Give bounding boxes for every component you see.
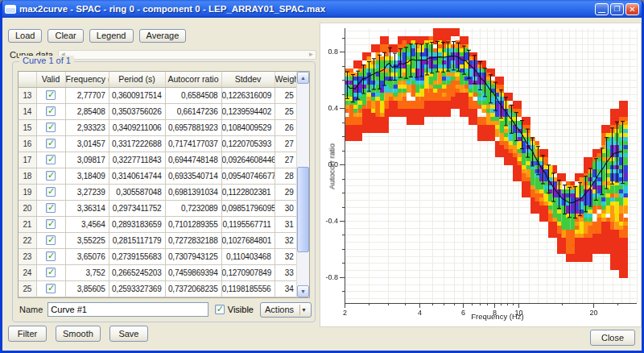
stddev-cell[interactable]: 0,09851796095 xyxy=(221,200,275,216)
period-cell[interactable]: 0,305587048 xyxy=(109,184,165,200)
close-window-button[interactable]: ✕ xyxy=(625,3,639,15)
stddev-cell[interactable]: 0,1084009529 xyxy=(221,119,275,135)
minimize-button[interactable]: — xyxy=(595,3,609,15)
stddev-cell[interactable]: 0,09264608446 xyxy=(221,152,275,168)
autocorr-cell[interactable]: 0,6944748148 xyxy=(165,152,221,168)
frequency-cell[interactable]: 3,18409 xyxy=(65,168,109,184)
autocorr-cell[interactable]: 0,7232089 xyxy=(165,200,221,216)
stddev-cell[interactable]: 0,1122802381 xyxy=(221,184,275,200)
valid-cell[interactable]: ✓ xyxy=(36,119,65,135)
valid-checkbox[interactable]: ✓ xyxy=(46,123,56,132)
valid-cell[interactable]: ✓ xyxy=(36,200,65,216)
weight-cell[interactable]: 27 xyxy=(275,135,297,152)
scroll-down-icon[interactable]: ▼ xyxy=(297,285,309,297)
weight-cell[interactable]: 27 xyxy=(275,152,297,168)
scrollbar-thumb[interactable] xyxy=(297,167,309,252)
autocorr-cell[interactable]: 0,7459869394 xyxy=(165,264,221,280)
autocorr-cell[interactable]: 0,7372068235 xyxy=(165,280,221,297)
header-weight[interactable]: Weight xyxy=(275,72,297,87)
valid-checkbox[interactable]: ✓ xyxy=(46,284,56,293)
valid-checkbox[interactable]: ✓ xyxy=(46,251,56,261)
legend-button[interactable]: Legend xyxy=(89,29,134,43)
table-row[interactable]: 13✓2,777070,36009175140,65845080,1226316… xyxy=(19,87,297,103)
table-row[interactable]: 19✓3,272390,3055870480,69813910340,11228… xyxy=(19,184,297,200)
weight-cell[interactable]: 25 xyxy=(275,103,297,119)
autocorr-cell[interactable]: 0,7272832188 xyxy=(165,232,221,248)
table-row[interactable]: 15✓2,933230,34092110060,69578819230,1084… xyxy=(19,119,297,135)
table-row[interactable]: 16✓3,014570,33172226880,71741770370,1220… xyxy=(19,135,297,152)
valid-cell[interactable]: ✓ xyxy=(36,103,65,119)
curve-name-input[interactable] xyxy=(47,302,208,317)
period-cell[interactable]: 0,2893183659 xyxy=(109,216,165,232)
valid-cell[interactable]: ✓ xyxy=(36,280,65,297)
table-row[interactable]: 21✓3,45640,28931836590,71012893550,11955… xyxy=(19,216,297,232)
header-stddev[interactable]: Stddev xyxy=(221,72,275,87)
period-cell[interactable]: 0,2815117179 xyxy=(109,232,165,248)
header-autocorr[interactable]: Autocorr ratio xyxy=(165,72,221,87)
stddev-cell[interactable]: 0,1226316009 xyxy=(221,87,275,103)
valid-checkbox[interactable]: ✓ xyxy=(46,268,56,277)
close-button[interactable]: Close xyxy=(590,330,635,346)
table-vertical-scrollbar[interactable]: ▲ ▼ xyxy=(296,72,309,297)
title-bar[interactable]: max2curve - SPAC - ring 0 - component 0 … xyxy=(0,0,644,18)
frequency-cell[interactable]: 3,36314 xyxy=(65,200,109,216)
frequency-cell[interactable]: 3,4564 xyxy=(65,216,109,232)
period-cell[interactable]: 0,3227711843 xyxy=(109,152,165,168)
curve-data-scrollbar[interactable]: ◄ ► xyxy=(58,50,316,60)
weight-cell[interactable]: 33 xyxy=(275,264,297,280)
period-cell[interactable]: 0,2973411752 xyxy=(109,200,165,216)
valid-checkbox[interactable]: ✓ xyxy=(46,90,56,100)
app-icon[interactable] xyxy=(5,5,16,14)
autocorr-cell[interactable]: 0,6584508 xyxy=(165,87,221,103)
period-cell[interactable]: 0,3409211006 xyxy=(109,119,165,135)
weight-cell[interactable]: 25 xyxy=(275,87,297,103)
stddev-cell[interactable]: 0,1027684801 xyxy=(221,232,275,248)
valid-cell[interactable]: ✓ xyxy=(36,264,65,280)
stddev-cell[interactable]: 0,110403468 xyxy=(221,248,275,264)
valid-cell[interactable]: ✓ xyxy=(36,184,65,200)
frequency-cell[interactable]: 3,85605 xyxy=(65,280,109,297)
actions-dropdown-button[interactable]: Actions ▼ xyxy=(260,302,312,318)
weight-cell[interactable]: 30 xyxy=(275,200,297,216)
stddev-cell[interactable]: 0,09540746677 xyxy=(221,168,275,184)
period-cell[interactable]: 0,2665245203 xyxy=(109,264,165,280)
frequency-cell[interactable]: 3,65076 xyxy=(65,248,109,264)
table-row[interactable]: 14✓2,854080,35037560260,661472360,123959… xyxy=(19,103,297,119)
weight-cell[interactable]: 26 xyxy=(275,119,297,135)
autocorr-cell[interactable]: 0,7174177037 xyxy=(165,135,221,152)
autocorr-heatmap-plot[interactable] xyxy=(320,23,641,326)
weight-cell[interactable]: 34 xyxy=(275,280,297,297)
table-row[interactable]: 23✓3,650760,27391556830,73079431250,1104… xyxy=(19,248,297,264)
period-cell[interactable]: 0,3317222688 xyxy=(109,135,165,152)
valid-cell[interactable]: ✓ xyxy=(36,87,65,103)
autocorr-cell[interactable]: 0,7307943125 xyxy=(165,248,221,264)
frequency-cell[interactable]: 2,77707 xyxy=(65,87,109,103)
valid-cell[interactable]: ✓ xyxy=(36,152,65,168)
smooth-button[interactable]: Smooth xyxy=(56,326,101,342)
valid-cell[interactable]: ✓ xyxy=(36,232,65,248)
autocorr-cell[interactable]: 0,66147236 xyxy=(165,103,221,119)
header-period[interactable]: Period (s) xyxy=(109,72,165,87)
valid-cell[interactable]: ✓ xyxy=(36,135,65,152)
valid-checkbox[interactable]: ✓ xyxy=(46,219,56,229)
period-cell[interactable]: 0,3140614744 xyxy=(109,168,165,184)
stddev-cell[interactable]: 0,1198185556 xyxy=(221,280,275,297)
frequency-cell[interactable]: 3,27239 xyxy=(65,184,109,200)
valid-checkbox[interactable]: ✓ xyxy=(46,171,56,181)
table-row[interactable]: 25✓3,856050,25933273690,73720682350,1198… xyxy=(19,280,297,297)
weight-cell[interactable]: 32 xyxy=(275,248,297,264)
valid-cell[interactable]: ✓ xyxy=(36,216,65,232)
valid-checkbox[interactable]: ✓ xyxy=(46,139,56,148)
header-valid[interactable]: Valid xyxy=(36,72,65,87)
period-cell[interactable]: 0,2739155683 xyxy=(109,248,165,264)
stddev-cell[interactable]: 0,1270907849 xyxy=(221,264,275,280)
header-frequency[interactable]: Frequency (Hz) xyxy=(65,72,109,87)
valid-checkbox[interactable]: ✓ xyxy=(46,155,56,164)
autocorr-cell[interactable]: 0,6957881923 xyxy=(165,119,221,135)
table-row[interactable]: 17✓3,098170,32277118430,69447481480,0926… xyxy=(19,152,297,168)
table-row[interactable]: 18✓3,184090,31406147440,69335407140,0954… xyxy=(19,168,297,184)
frequency-cell[interactable]: 3,752 xyxy=(65,264,109,280)
filter-button[interactable]: Filter xyxy=(8,326,47,342)
frequency-cell[interactable]: 2,93323 xyxy=(65,119,109,135)
weight-cell[interactable]: 31 xyxy=(275,216,297,232)
